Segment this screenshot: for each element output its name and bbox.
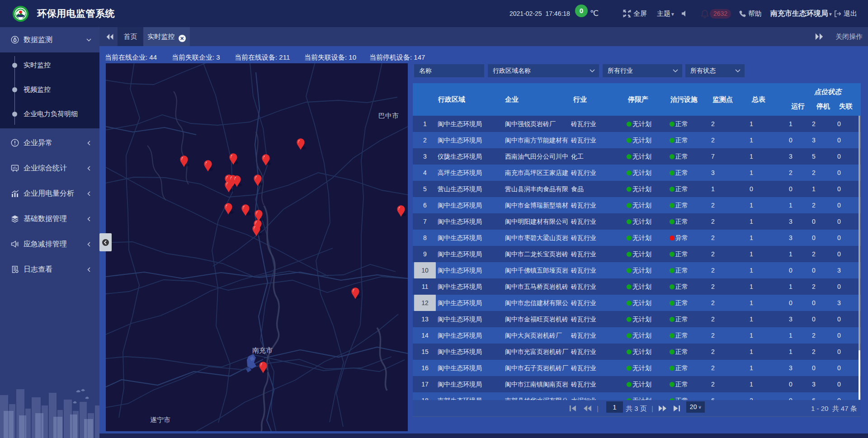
svg-text:遂宁市: 遂宁市 <box>150 416 170 424</box>
svg-text:巴中市: 巴中市 <box>378 112 399 119</box>
svg-text:南充市: 南充市 <box>252 346 273 354</box>
